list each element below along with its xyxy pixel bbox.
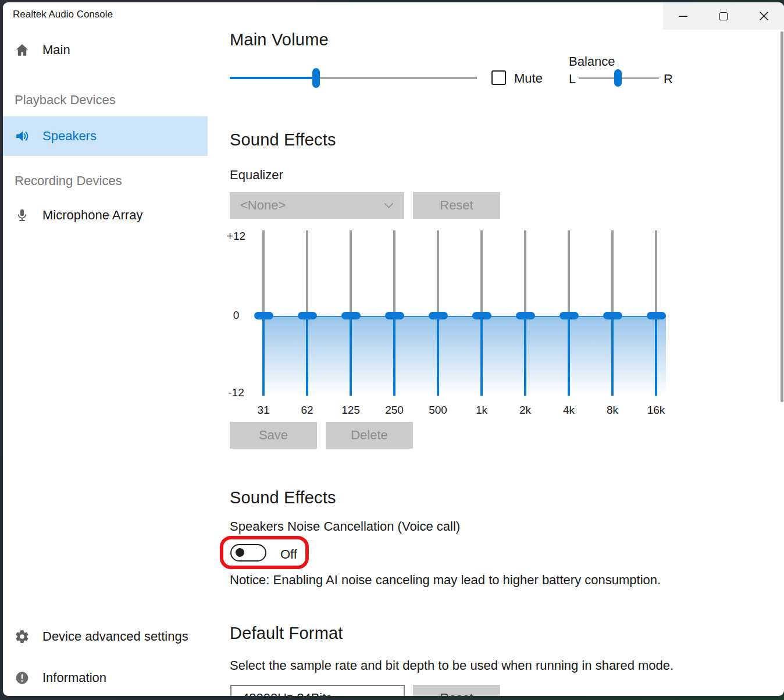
- noise-cancellation-toggle[interactable]: [230, 544, 266, 562]
- mute-label: Mute: [514, 71, 543, 86]
- eq-track-lower: [262, 315, 265, 396]
- chevron-down-icon: [383, 695, 393, 697]
- microphone-icon: [15, 208, 30, 223]
- main-volume-heading: Main Volume: [230, 30, 329, 49]
- eq-track-lower: [393, 315, 396, 396]
- eq-scale-mid: 0: [218, 309, 254, 322]
- noise-cancellation-notice: Notice: Enabling AI noise canceling may …: [230, 573, 661, 588]
- eq-track-upper: [262, 230, 265, 315]
- maximize-icon: [719, 12, 728, 20]
- window-controls: [663, 2, 784, 30]
- eq-slider-thumb[interactable]: [603, 312, 622, 319]
- toggle-state-label: Off: [280, 547, 297, 562]
- eq-track-upper: [437, 230, 439, 315]
- sidebar-item-label: Microphone Array: [42, 208, 142, 223]
- eq-track-upper: [568, 230, 570, 315]
- eq-track-lower: [611, 315, 614, 396]
- sidebar-item-device-advanced-settings[interactable]: Device advanced settings: [3, 623, 208, 651]
- equalizer-delete-button[interactable]: Delete: [326, 422, 413, 449]
- eq-track-upper: [611, 230, 614, 315]
- sidebar-section-recording: Recording Devices: [15, 173, 122, 189]
- slider-fill: [230, 77, 316, 79]
- gear-icon: [15, 629, 30, 644]
- default-format-dropdown[interactable]: 48000Hz 24Bits: [230, 685, 405, 696]
- vertical-scrollbar[interactable]: [781, 31, 783, 402]
- window-title: Realtek Audio Console: [13, 9, 113, 20]
- default-format-value: 48000Hz 24Bits: [242, 691, 383, 696]
- main-volume-slider[interactable]: [230, 66, 477, 90]
- eq-scale-top: +12: [218, 230, 254, 243]
- eq-slider-thumb[interactable]: [429, 312, 448, 319]
- eq-frequency-label: 62: [286, 404, 329, 417]
- default-format-reset-button[interactable]: Reset: [413, 685, 500, 696]
- slider-thumb[interactable]: [312, 68, 320, 88]
- equalizer-preset-dropdown[interactable]: <None>: [230, 192, 404, 219]
- eq-slider-thumb[interactable]: [560, 312, 579, 319]
- eq-frequency-label: 8k: [591, 404, 634, 417]
- eq-track-upper: [306, 230, 308, 315]
- sidebar-item-label: Information: [42, 670, 106, 685]
- maximize-button[interactable]: [703, 2, 743, 30]
- eq-scale-bottom: -12: [218, 386, 254, 399]
- equalizer-preset-value: <None>: [240, 198, 384, 213]
- eq-track-upper: [524, 230, 526, 315]
- sidebar-item-speakers[interactable]: Speakers: [3, 116, 208, 156]
- eq-frequency-label: 500: [416, 404, 459, 417]
- sound-effects-heading: Sound Effects: [230, 130, 336, 150]
- mute-checkbox[interactable]: [491, 70, 506, 85]
- eq-track-lower: [437, 315, 440, 396]
- sidebar-item-label: Main: [42, 42, 70, 58]
- eq-slider-thumb[interactable]: [516, 312, 535, 319]
- default-format-heading: Default Format: [230, 624, 343, 643]
- eq-slider-thumb[interactable]: [341, 312, 361, 319]
- equalizer-label: Equalizer: [230, 168, 283, 183]
- realtek-audio-console-window: Realtek Audio Console Main Playback Devi…: [3, 2, 784, 696]
- eq-frequency-label: 250: [373, 404, 416, 417]
- eq-slider-thumb[interactable]: [385, 312, 404, 319]
- eq-frequency-label: 31: [242, 404, 285, 417]
- sidebar-section-playback: Playback Devices: [15, 93, 116, 108]
- eq-frequency-label: 1k: [460, 404, 503, 417]
- minimize-button[interactable]: [663, 2, 703, 30]
- eq-slider-thumb[interactable]: [472, 312, 491, 319]
- sidebar-item-label: Speakers: [42, 129, 97, 144]
- eq-track-lower: [306, 315, 309, 396]
- eq-frequency-label: 4k: [547, 404, 590, 417]
- toggle-knob: [236, 548, 244, 557]
- sidebar-item-information[interactable]: Information: [3, 664, 208, 692]
- eq-slider-thumb[interactable]: [298, 312, 317, 319]
- close-button[interactable]: [744, 2, 784, 30]
- minimize-icon: [679, 16, 687, 17]
- sound-effects-heading-2: Sound Effects: [230, 488, 336, 507]
- equalizer-save-button[interactable]: Save: [230, 422, 317, 449]
- balance-right-label: R: [664, 72, 673, 87]
- eq-frequency-label: 2k: [504, 404, 547, 417]
- chevron-down-icon: [384, 202, 394, 209]
- slider-thumb[interactable]: [614, 69, 622, 87]
- eq-track-lower: [655, 315, 658, 396]
- balance-slider[interactable]: [579, 66, 659, 90]
- equalizer-reset-button[interactable]: Reset: [413, 192, 500, 219]
- eq-slider-thumb[interactable]: [254, 312, 273, 319]
- speaker-icon: [15, 129, 30, 144]
- eq-track-upper: [350, 230, 352, 315]
- eq-track-upper: [655, 230, 657, 315]
- default-format-description: Select the sample rate and bit depth to …: [230, 658, 673, 673]
- sidebar-item-microphone-array[interactable]: Microphone Array: [3, 201, 208, 229]
- sidebar-item-label: Device advanced settings: [42, 629, 188, 644]
- home-icon: [15, 42, 30, 58]
- sidebar-item-main[interactable]: Main: [3, 36, 208, 64]
- info-icon: [15, 670, 30, 685]
- eq-track-lower: [568, 315, 571, 396]
- balance-left-label: L: [569, 72, 576, 87]
- eq-frequency-label: 125: [329, 404, 372, 417]
- eq-track-lower: [350, 315, 352, 396]
- eq-frequency-label: 16k: [635, 404, 678, 417]
- eq-track-upper: [393, 230, 395, 315]
- noise-cancellation-label: Speakers Noise Cancellation (Voice call): [230, 519, 460, 534]
- eq-slider-thumb[interactable]: [647, 312, 666, 319]
- close-icon: [759, 11, 769, 21]
- equalizer-fill-area: [263, 316, 666, 395]
- eq-track-lower: [524, 315, 527, 396]
- eq-track-lower: [480, 315, 483, 396]
